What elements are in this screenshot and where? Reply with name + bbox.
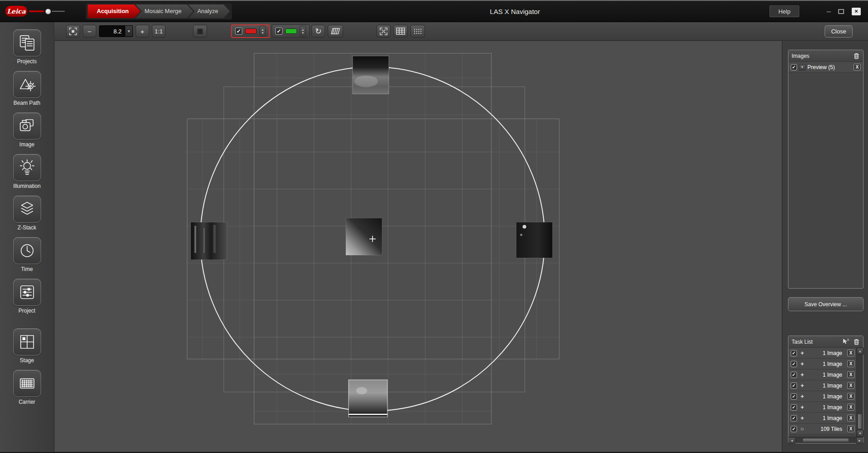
close-window-button[interactable]: × [852, 8, 861, 15]
preview-list-item[interactable]: ✓ ▼ Preview (5) X [788, 62, 863, 73]
slider-filled-track [29, 10, 44, 12]
one-to-one-button[interactable]: 1:1 [152, 25, 165, 37]
blend-button[interactable] [328, 25, 343, 37]
channel-red-spinner[interactable]: ▲ ▼ [259, 26, 266, 37]
sidebar-item-project[interactable]: Project [0, 279, 54, 314]
task-checkbox[interactable]: ✓ [791, 415, 797, 421]
tab-mosaic-merge[interactable]: Mosaic Merge [136, 5, 193, 18]
zoom-out-button[interactable]: − [83, 25, 96, 37]
tile-texture [520, 234, 523, 236]
spinner-up-icon: ▲ [302, 28, 304, 31]
zoom-value-field[interactable]: 8.2 [99, 25, 125, 37]
task-label: 109 Tiles [821, 426, 842, 432]
save-overview-button[interactable]: Save Overview ... [788, 297, 863, 311]
sidebar-item-z-stack[interactable]: Z-Stack [0, 196, 54, 231]
sidebar-label: Z-Stack [18, 224, 36, 231]
expand-tiles-button[interactable] [377, 25, 391, 37]
stage-overview-canvas[interactable] [54, 41, 782, 452]
add-icon: + [799, 383, 805, 388]
task-row[interactable]: ✓ + 1 Image X [788, 380, 856, 391]
fit-view-button[interactable] [66, 25, 80, 37]
scroll-up-button[interactable]: ▲ [857, 348, 863, 355]
task-remove-button[interactable]: X [847, 360, 854, 367]
channel-green-checkbox[interactable]: ✓ [275, 28, 283, 35]
zoom-dropdown-button[interactable]: ▼ [125, 25, 133, 37]
carrier-icon [13, 370, 41, 397]
task-list-vertical-scrollbar[interactable]: ▲ ▼ [856, 348, 863, 437]
task-remove-button[interactable]: X [847, 371, 854, 378]
dotted-grid-button[interactable] [410, 25, 425, 37]
sidebar: Projects Beam Path [0, 22, 54, 452]
brand-slider[interactable] [29, 9, 68, 14]
channel-green-spinner[interactable]: ▲ ▼ [300, 26, 306, 37]
task-remove-button[interactable]: X [847, 425, 854, 432]
task-remove-button[interactable]: X [847, 350, 854, 356]
hatch-icon [330, 28, 340, 35]
task-checkbox[interactable]: ✓ [791, 361, 797, 367]
task-remove-button[interactable]: X [847, 382, 854, 389]
task-row[interactable]: ✓ + 1 Image X [788, 391, 856, 402]
spinner-up-icon: ▲ [261, 28, 264, 31]
task-row[interactable]: ✓ + 1 Image X [788, 359, 856, 369]
scroll-left-button[interactable]: ◄ [788, 437, 795, 444]
preview-checkbox[interactable]: ✓ [791, 64, 797, 70]
task-checkbox[interactable]: ✓ [791, 393, 797, 400]
channel-red-swatch[interactable] [245, 28, 257, 34]
task-remove-button[interactable]: X [847, 404, 854, 411]
tab-acquisition[interactable]: Acquisition [88, 5, 141, 18]
preview-label: Preview (5) [807, 64, 835, 70]
sidebar-item-illumination[interactable]: Illumination [0, 154, 54, 189]
grid-view-button[interactable] [393, 25, 408, 37]
tab-analyze[interactable]: Analyze [188, 5, 230, 18]
vertical-scroll-thumb[interactable] [858, 414, 862, 429]
scroll-down-button[interactable]: ▼ [857, 430, 863, 437]
scroll-right-button[interactable]: ► [856, 437, 863, 444]
horizontal-scroll-thumb[interactable] [802, 438, 849, 442]
trash-icon[interactable] [853, 338, 860, 346]
zoom-in-button[interactable]: + [136, 25, 149, 37]
task-checkbox[interactable]: ✓ [791, 426, 797, 432]
task-checkbox[interactable]: ✓ [791, 350, 797, 356]
refresh-button[interactable]: ↻ [311, 25, 325, 37]
vertical-scroll-track[interactable] [857, 355, 863, 430]
task-row[interactable]: ✓ + 1 Image X [788, 413, 856, 424]
stage-icon [13, 328, 41, 355]
window-controls: ─ × [825, 8, 861, 15]
preview-remove-button[interactable]: X [854, 64, 861, 70]
sidebar-item-carrier[interactable]: Carrier [0, 370, 54, 405]
task-checkbox[interactable]: ✓ [791, 372, 797, 378]
time-icon [13, 237, 41, 264]
task-remove-button[interactable]: X [847, 415, 854, 421]
slider-knob[interactable] [45, 9, 51, 14]
task-row[interactable]: ✓ + 1 Image X [788, 369, 856, 380]
task-checkbox[interactable]: ✓ [791, 383, 797, 389]
task-list-horizontal-scrollbar[interactable]: ◄ ► [788, 437, 863, 443]
sidebar-item-projects[interactable]: Projects [0, 29, 54, 65]
las-x-navigator-window: Leica Acquisition Mosaic Merge Analyze L… [0, 0, 868, 453]
sidebar-item-time[interactable]: Time [0, 237, 54, 272]
sidebar-item-beam-path[interactable]: Beam Path [0, 71, 54, 106]
minimize-button[interactable]: ─ [825, 8, 833, 15]
sidebar-item-image[interactable]: Image [0, 112, 54, 148]
channel-red-checkbox[interactable]: ✓ [235, 28, 242, 35]
trash-icon[interactable] [853, 52, 860, 60]
preview-expand-button[interactable]: ▼ [799, 64, 806, 70]
task-row[interactable]: ✓ + 1 Image X [788, 348, 856, 359]
maximize-button[interactable] [838, 9, 846, 14]
channel-green-group: ✓ ▲ ▼ [272, 24, 310, 38]
sidebar-item-stage[interactable]: Stage [0, 328, 54, 364]
task-row[interactable]: ✓ ○ 109 Tiles X [788, 424, 856, 434]
channel-green-swatch[interactable] [285, 28, 297, 34]
grid-icon [396, 28, 405, 35]
close-navigator-button[interactable]: Close [825, 25, 853, 37]
task-list-title: Task List [792, 339, 813, 345]
help-button[interactable]: Help [769, 5, 799, 17]
horizontal-scroll-track[interactable] [795, 437, 856, 443]
task-checkbox[interactable]: ✓ [791, 404, 797, 411]
spinner-down-icon: ▼ [302, 32, 304, 34]
task-select-icon[interactable] [842, 338, 849, 346]
task-remove-button[interactable]: X [847, 393, 854, 400]
overview-tile-toggle-button[interactable] [193, 25, 207, 37]
task-row[interactable]: ✓ + 1 Image X [788, 402, 856, 413]
tile-texture [354, 75, 378, 87]
